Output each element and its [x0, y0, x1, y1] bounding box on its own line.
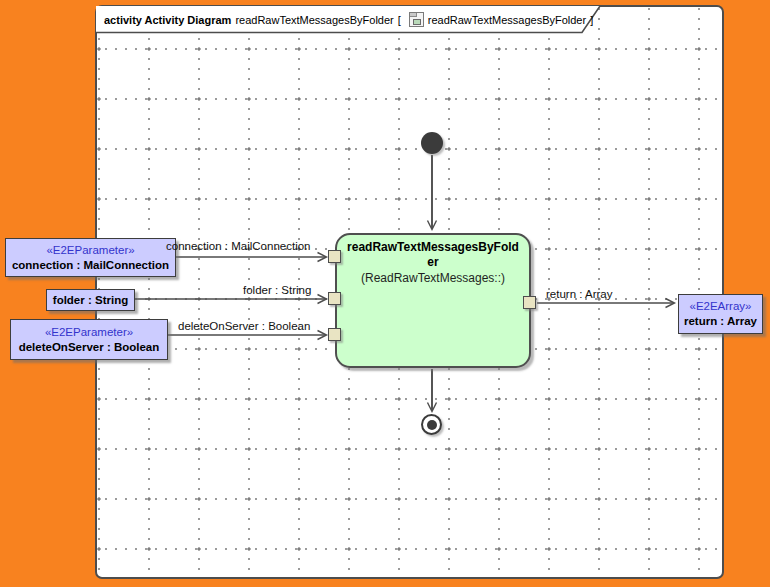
edge-label-folder[interactable]: folder : String	[243, 284, 311, 296]
edge-label-return[interactable]: return : Array	[546, 288, 612, 300]
frame-title-tab[interactable]: activity Activity Diagram readRawTextMes…	[96, 6, 606, 34]
parameter-name: folder : String	[53, 293, 128, 308]
initial-node[interactable]	[421, 132, 443, 154]
parameter-box-connection[interactable]: «E2EParameter» connection : MailConnecti…	[5, 238, 176, 277]
activity-name: readRawTextMessagesByFolder	[337, 240, 529, 270]
result-box-return[interactable]: «E2EArray» return : Array	[678, 294, 763, 334]
activity-diagram-icon	[409, 12, 424, 27]
result-stereotype: «E2EArray»	[689, 299, 751, 314]
parameter-stereotype: «E2EParameter»	[46, 243, 134, 258]
parameter-stereotype: «E2EParameter»	[45, 325, 133, 340]
output-pin-return[interactable]	[523, 296, 536, 309]
frame-context-name: readRawTextMessagesByFolder	[428, 14, 586, 26]
desktop-background: { "colors": { "background_orange": "#f88…	[0, 0, 770, 587]
activity-final-node[interactable]	[421, 414, 442, 435]
frame-open-bracket: [	[398, 14, 401, 26]
frame-close-bracket: ]	[590, 14, 593, 26]
edge-label-delete-on-server[interactable]: deleteOnServer : Boolean	[178, 320, 310, 332]
frame-title: activity Activity Diagram readRawTextMes…	[96, 6, 604, 33]
parameter-box-folder[interactable]: folder : String	[46, 289, 135, 311]
input-pin-delete-on-server[interactable]	[328, 328, 341, 341]
parameter-box-delete-on-server[interactable]: «E2EParameter» deleteOnServer : Boolean	[10, 319, 168, 360]
frame-diagram-name: readRawTextMessagesByFolder	[235, 14, 393, 26]
activity-final-node-dot	[427, 420, 437, 430]
activity-namespace: (ReadRawTextMessages::)	[337, 271, 529, 285]
activity-node[interactable]: readRawTextMessagesByFolder (ReadRawText…	[335, 233, 531, 368]
input-pin-folder[interactable]	[328, 292, 341, 305]
edge-label-connection[interactable]: connection : MailConnection	[166, 240, 310, 252]
frame-kind-label: activity Activity Diagram	[104, 14, 231, 26]
result-name: return : Array	[684, 314, 757, 329]
parameter-name: deleteOnServer : Boolean	[19, 340, 160, 355]
input-pin-connection[interactable]	[328, 250, 341, 263]
parameter-name: connection : MailConnection	[12, 258, 169, 273]
